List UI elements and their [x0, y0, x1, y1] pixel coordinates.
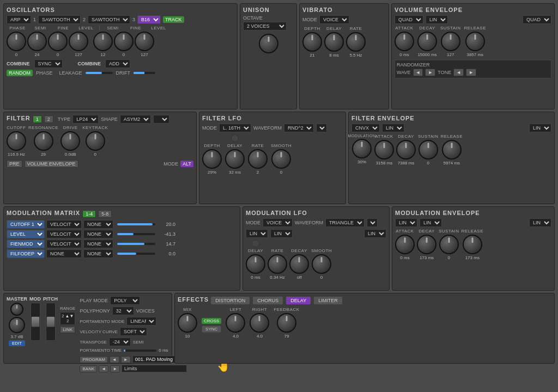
vol-env-button[interactable]: VOLUME ENVELOPE: [25, 160, 78, 168]
osc3-wave-select[interactable]: B16: [137, 15, 161, 24]
drift-slider[interactable]: [134, 72, 155, 74]
menv-attack-knob[interactable]: [395, 235, 415, 254]
eff-left-knob[interactable]: [226, 313, 245, 333]
bank-label-btn[interactable]: BANK: [80, 365, 97, 372]
filter-extra-select[interactable]: [153, 115, 169, 124]
menv-mode2[interactable]: LIN: [420, 218, 442, 227]
unison-knob[interactable]: [259, 34, 278, 53]
combine2-select[interactable]: ADD: [105, 59, 130, 68]
portamento-select[interactable]: LINEAR: [126, 317, 156, 326]
menv-decay-knob[interactable]: [417, 235, 436, 254]
wave-left-btn[interactable]: ◄: [413, 69, 423, 76]
mlfo-extra-select[interactable]: [367, 218, 378, 227]
mat4-mod2[interactable]: NONE: [83, 249, 113, 258]
osc1-type-select[interactable]: ARP: [7, 15, 31, 24]
cutoff-knob[interactable]: [7, 131, 26, 151]
master-knob[interactable]: [10, 303, 23, 316]
pitch-slider[interactable]: [46, 303, 56, 341]
fenv-decay-knob[interactable]: [396, 140, 416, 160]
drive-knob[interactable]: [60, 131, 80, 151]
mlfo-delay-knob[interactable]: [246, 254, 265, 274]
matrix-tab1[interactable]: 1-4: [82, 210, 96, 218]
wave-right-btn[interactable]: ►: [425, 69, 435, 76]
mat2-slider[interactable]: [117, 233, 155, 235]
mat3-mod1[interactable]: VELOCITY: [46, 240, 82, 248]
flfo-smooth-knob[interactable]: [271, 149, 291, 169]
mat2-mod2[interactable]: NONE: [83, 230, 113, 238]
fenv-mode2[interactable]: LIN: [382, 124, 404, 132]
vol-env-mode3[interactable]: QUAD: [523, 15, 551, 24]
mat3-slider[interactable]: [117, 243, 155, 245]
vol-sustain-knob[interactable]: [441, 32, 460, 51]
semi2-knob[interactable]: [93, 32, 113, 51]
level-knob[interactable]: [69, 32, 88, 51]
vibrato-mode-select[interactable]: VOICE: [319, 15, 349, 24]
polyphony-select[interactable]: 32: [112, 307, 134, 315]
mlfo-smooth-knob[interactable]: [312, 254, 331, 274]
mat4-src[interactable]: FILFODEPTH: [7, 249, 45, 258]
vib-depth-knob[interactable]: [302, 32, 322, 52]
leakage-slider[interactable]: [86, 72, 113, 74]
vol-release-knob[interactable]: [465, 32, 485, 51]
resonance-knob[interactable]: [34, 131, 53, 151]
play-mode-select[interactable]: POLY: [110, 296, 140, 305]
tone-right-btn[interactable]: ►: [466, 69, 476, 76]
keytrack-knob[interactable]: [86, 131, 105, 151]
link-button[interactable]: LINK: [60, 326, 75, 333]
track-button[interactable]: TRACK: [163, 16, 184, 23]
fenv-mod-knob[interactable]: [352, 139, 372, 158]
master-vol-knob[interactable]: [9, 317, 25, 333]
fine2-knob[interactable]: [114, 32, 134, 51]
tone-left-btn[interactable]: ◄: [453, 69, 464, 76]
effect-tab-chorus[interactable]: CHORUS: [253, 297, 283, 304]
fenv-release-knob[interactable]: [442, 140, 462, 160]
semi-knob[interactable]: [27, 32, 47, 51]
eff-right-knob[interactable]: [250, 313, 269, 333]
velocity-select[interactable]: SOFT: [120, 327, 147, 336]
random-button[interactable]: RANDOM: [7, 70, 33, 76]
pre-button[interactable]: PRE: [7, 160, 22, 168]
flfo-mode-select[interactable]: L. 16TH: [219, 124, 251, 132]
vib-delay-knob[interactable]: [324, 32, 344, 52]
mat1-mod2[interactable]: NONE: [83, 220, 113, 229]
program-label-btn[interactable]: PROGRAM: [80, 356, 107, 363]
mat4-mod1[interactable]: NONE: [46, 249, 82, 258]
vib-rate-knob[interactable]: [346, 32, 366, 52]
mat2-mod1[interactable]: VELOCITY: [46, 230, 82, 238]
osc2-wave-select[interactable]: SAWTOOTH: [88, 15, 130, 24]
effect-tab-limiter[interactable]: LIMITER: [314, 297, 342, 304]
mat4-slider[interactable]: [117, 253, 155, 255]
flfo-rate-knob[interactable]: [248, 149, 268, 169]
flfo-delay-knob[interactable]: [225, 149, 245, 169]
eff-mix-knob[interactable]: [178, 313, 197, 333]
mat1-mod1[interactable]: VELOCITY: [46, 220, 82, 229]
fenv-mode1[interactable]: CNVX: [351, 124, 380, 132]
filter-tab2[interactable]: 2: [44, 115, 53, 123]
mat1-slider[interactable]: [117, 223, 155, 225]
sync-button[interactable]: SYNC: [202, 326, 221, 333]
fenv-attack-knob[interactable]: [374, 140, 394, 160]
flfo-wave-select[interactable]: RND^2: [284, 124, 314, 132]
effect-tab-delay[interactable]: DELAY: [286, 297, 311, 304]
effect-tab-distortion[interactable]: DISTORTION: [211, 297, 250, 304]
bank-right[interactable]: ►: [110, 365, 120, 372]
menv-mode3[interactable]: LIN: [529, 218, 551, 227]
matrix-tab2[interactable]: 5-8: [98, 210, 112, 218]
menv-sustain-knob[interactable]: [439, 235, 459, 254]
phase-knob[interactable]: [7, 32, 26, 51]
cross-button[interactable]: CROSS: [202, 318, 221, 324]
unison-voices-select[interactable]: 2 VOICES: [243, 22, 287, 30]
mlfo-rate-knob[interactable]: [268, 254, 287, 274]
osc1-wave-select[interactable]: SAWTOOTH: [38, 15, 81, 24]
vol-attack-knob[interactable]: [395, 32, 414, 51]
mlfo-decay-knob[interactable]: [289, 254, 309, 274]
bank-left[interactable]: ◄: [99, 365, 108, 372]
mat2-src[interactable]: LEVEL: [7, 230, 45, 238]
eff-feedback-knob[interactable]: [277, 313, 296, 333]
mlfo-mode-select[interactable]: VOICE: [263, 218, 293, 227]
filter-shape-select[interactable]: ASYM2: [120, 115, 151, 124]
mlfo-m1[interactable]: LIN: [246, 229, 268, 238]
fenv-sustain-knob[interactable]: [418, 140, 438, 160]
flfo-depth-knob[interactable]: [202, 149, 222, 169]
mod-slider[interactable]: [31, 303, 40, 341]
